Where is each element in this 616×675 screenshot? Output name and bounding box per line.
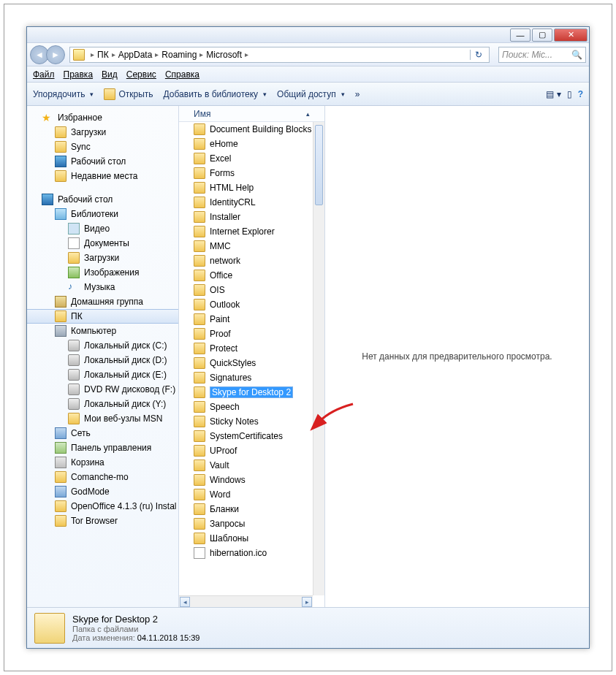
sidebar-documents[interactable]: Документы: [27, 236, 178, 251]
file-row[interactable]: network: [179, 253, 324, 268]
folder-icon: [68, 252, 80, 264]
file-row[interactable]: Запросы: [179, 516, 324, 531]
file-row[interactable]: Speech: [179, 400, 324, 414]
address-bar[interactable]: ▸ ПК ▸ AppData ▸ Roaming ▸ Microsoft ▸ ↻: [69, 47, 490, 63]
file-row[interactable]: Proof: [179, 327, 324, 341]
open-button[interactable]: Открыть: [104, 88, 153, 100]
images-icon: [68, 267, 80, 278]
organize-button[interactable]: Упорядочить: [33, 89, 94, 99]
desktop-group[interactable]: Рабочий стол: [27, 192, 178, 207]
share-button[interactable]: Общий доступ: [277, 89, 345, 99]
file-row[interactable]: Sticky Notes: [179, 414, 324, 429]
favorites-group[interactable]: ★Избранное: [27, 110, 178, 125]
sidebar-disk-y[interactable]: Локальный диск (Y:): [27, 397, 178, 411]
minimize-button[interactable]: —: [510, 28, 531, 42]
file-row[interactable]: OIS: [179, 283, 324, 297]
search-box[interactable]: Поиск: Mic... 🔍: [498, 47, 586, 63]
breadcrumb-item[interactable]: Roaming: [161, 50, 197, 60]
sidebar-music[interactable]: ♪Музыка: [27, 280, 178, 294]
breadcrumb-item[interactable]: Microsoft: [206, 50, 242, 60]
file-row[interactable]: Шаблоны: [179, 531, 324, 546]
menu-file[interactable]: Файл: [33, 69, 55, 80]
sidebar-dvd[interactable]: DVD RW дисковод (F:): [27, 382, 178, 397]
sidebar-homegroup[interactable]: Домашняя группа: [27, 294, 178, 309]
file-row[interactable]: UProof: [179, 443, 324, 458]
sidebar-libraries[interactable]: Библиотеки: [27, 207, 178, 221]
sidebar-desktop[interactable]: Рабочий стол: [27, 154, 178, 169]
file-row[interactable]: QuickStyles: [179, 356, 324, 370]
file-row[interactable]: Vault: [179, 458, 324, 473]
scroll-left-button[interactable]: ◂: [180, 597, 190, 607]
maximize-button[interactable]: ▢: [532, 28, 552, 42]
sidebar-disk-e[interactable]: Локальный диск (E:): [27, 367, 178, 382]
forward-button[interactable]: ►: [46, 45, 65, 64]
file-row[interactable]: Forms: [179, 166, 324, 180]
scroll-thumb[interactable]: [315, 125, 323, 205]
file-row[interactable]: Installer: [179, 210, 324, 224]
file-row[interactable]: Office: [179, 268, 324, 283]
file-row[interactable]: Windows: [179, 473, 324, 487]
sidebar-msn[interactable]: Мои веб-узлы MSN: [27, 411, 178, 426]
file-row[interactable]: SystemCertificates: [179, 429, 324, 443]
computer-icon: [55, 325, 66, 337]
file-row[interactable]: MMC: [179, 239, 324, 253]
add-to-library-button[interactable]: Добавить в библиотеку: [164, 89, 267, 99]
menu-service[interactable]: Сервис: [126, 69, 156, 80]
folder-icon: [194, 489, 205, 500]
sidebar-disk-c[interactable]: Локальный диск (C:): [27, 338, 178, 353]
file-row[interactable]: Internet Explorer: [179, 224, 324, 239]
menu-help[interactable]: Справка: [165, 69, 199, 80]
folder-icon: [194, 167, 205, 179]
sidebar-downloads[interactable]: Загрузки: [27, 125, 178, 140]
file-row[interactable]: hibernation.ico: [179, 546, 324, 560]
breadcrumb-item[interactable]: ПК: [97, 50, 109, 60]
close-button[interactable]: ✕: [554, 28, 588, 42]
sidebar-downloads2[interactable]: Загрузки: [27, 251, 178, 265]
view-mode-button[interactable]: ▤ ▾: [546, 89, 560, 99]
sidebar-controlpanel[interactable]: Панель управления: [27, 441, 178, 455]
file-row[interactable]: Outlook: [179, 297, 324, 312]
scroll-right-button[interactable]: ▸: [302, 597, 312, 607]
horizontal-scrollbar[interactable]: ◂ ▸: [179, 595, 313, 607]
menu-bar: Файл Правка Вид Сервис Справка: [27, 66, 589, 83]
file-row[interactable]: Paint: [179, 312, 324, 327]
file-row[interactable]: HTML Help: [179, 180, 324, 195]
sidebar-disk-d[interactable]: Локальный диск (D:): [27, 353, 178, 367]
file-row[interactable]: Protect: [179, 341, 324, 356]
file-row[interactable]: IdentityCRL: [179, 195, 324, 210]
sidebar-comanche[interactable]: Comanche-mo: [27, 470, 178, 484]
file-row[interactable]: Бланки: [179, 502, 324, 516]
file-row[interactable]: Document Building Blocks: [179, 122, 324, 137]
sidebar-computer[interactable]: Компьютер: [27, 324, 178, 338]
file-row[interactable]: Signatures: [179, 370, 324, 385]
folder-icon: [194, 474, 205, 486]
file-row[interactable]: Excel: [179, 151, 324, 166]
more-button[interactable]: »: [355, 89, 360, 99]
preview-pane-button[interactable]: ▯: [567, 89, 572, 99]
sidebar-tor[interactable]: Tor Browser: [27, 514, 178, 528]
sidebar-recycle[interactable]: Корзина: [27, 455, 178, 470]
folder-icon: [194, 386, 205, 398]
sidebar-images[interactable]: Изображения: [27, 265, 178, 280]
refresh-button[interactable]: ↻: [470, 50, 486, 60]
rename-input[interactable]: Skype for Desktop 2: [210, 386, 293, 398]
menu-edit[interactable]: Правка: [64, 69, 94, 80]
menu-view[interactable]: Вид: [102, 69, 118, 80]
sidebar-pc[interactable]: ПК: [27, 309, 178, 324]
file-row[interactable]: eHome: [179, 137, 324, 151]
vertical-scrollbar[interactable]: [313, 122, 324, 595]
file-row[interactable]: Skype for Desktop 2: [179, 385, 324, 400]
file-row[interactable]: Word: [179, 487, 324, 502]
details-date: Дата изменения: 04.11.2018 15:39: [72, 633, 199, 642]
folder-icon: [104, 88, 115, 100]
sidebar-openoffice[interactable]: OpenOffice 4.1.3 (ru) Instal: [27, 499, 178, 514]
column-header-name[interactable]: Имя▴: [179, 106, 324, 122]
sidebar-sync[interactable]: Sync: [27, 140, 178, 154]
breadcrumb-item[interactable]: AppData: [118, 50, 153, 60]
sidebar-recent[interactable]: Недавние места: [27, 169, 178, 183]
sidebar-video[interactable]: Видео: [27, 221, 178, 236]
sidebar-network[interactable]: Сеть: [27, 426, 178, 441]
help-button[interactable]: ?: [578, 89, 583, 99]
sidebar-godmode[interactable]: GodMode: [27, 484, 178, 499]
file-name: eHome: [210, 139, 238, 149]
